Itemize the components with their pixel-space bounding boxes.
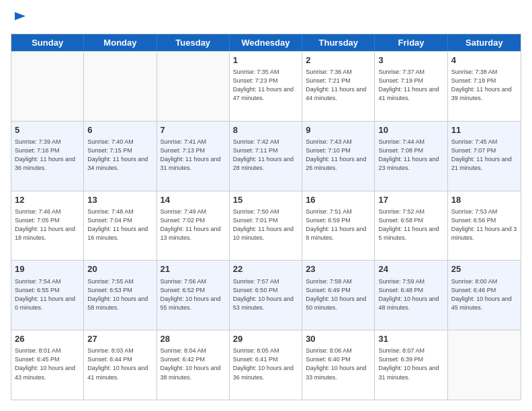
cell-sun-info: Sunrise: 7:35 AM Sunset: 7:23 PM Dayligh… — [233, 68, 298, 103]
cell-date-number: 1 — [233, 54, 298, 66]
cell-sun-info: Sunrise: 8:00 AM Sunset: 6:46 PM Dayligh… — [451, 277, 517, 312]
cell-date-number: 31 — [378, 333, 443, 345]
cell-sun-info: Sunrise: 7:46 AM Sunset: 7:05 PM Dayligh… — [15, 208, 80, 242]
logo-flag-icon — [12, 11, 28, 27]
calendar-cell: 16Sunrise: 7:51 AM Sunset: 6:59 PM Dayli… — [302, 191, 375, 261]
calendar-cell: 18Sunrise: 7:53 AM Sunset: 6:56 PM Dayli… — [448, 191, 521, 261]
cell-date-number: 29 — [233, 333, 298, 345]
logo — [11, 11, 28, 27]
cell-sun-info: Sunrise: 7:37 AM Sunset: 7:19 PM Dayligh… — [378, 68, 443, 103]
calendar-row: 5Sunrise: 7:39 AM Sunset: 7:16 PM Daylig… — [11, 121, 521, 191]
cell-sun-info: Sunrise: 8:03 AM Sunset: 6:44 PM Dayligh… — [87, 347, 152, 381]
cell-sun-info: Sunrise: 7:43 AM Sunset: 7:10 PM Dayligh… — [306, 138, 371, 173]
weekday-header: Wednesday — [230, 34, 302, 51]
cell-date-number: 28 — [161, 333, 226, 345]
calendar-header: SundayMondayTuesdayWednesdayThursdayFrid… — [11, 34, 521, 51]
cell-sun-info: Sunrise: 7:57 AM Sunset: 6:50 PM Dayligh… — [233, 277, 298, 312]
calendar: SundayMondayTuesdayWednesdayThursdayFrid… — [11, 34, 521, 400]
cell-date-number: 22 — [233, 263, 298, 275]
cell-date-number: 12 — [15, 194, 80, 206]
cell-sun-info: Sunrise: 7:40 AM Sunset: 7:15 PM Dayligh… — [87, 138, 152, 173]
cell-date-number: 2 — [306, 54, 371, 66]
calendar-cell: 5Sunrise: 7:39 AM Sunset: 7:16 PM Daylig… — [11, 122, 84, 191]
cell-date-number: 27 — [87, 333, 152, 345]
calendar-cell: 14Sunrise: 7:49 AM Sunset: 7:02 PM Dayli… — [157, 191, 230, 261]
calendar-cell: 12Sunrise: 7:46 AM Sunset: 7:05 PM Dayli… — [11, 191, 84, 261]
calendar-cell: 4Sunrise: 7:38 AM Sunset: 7:18 PM Daylig… — [448, 52, 521, 121]
calendar-row: 1Sunrise: 7:35 AM Sunset: 7:23 PM Daylig… — [11, 51, 521, 121]
cell-sun-info: Sunrise: 8:07 AM Sunset: 6:39 PM Dayligh… — [378, 347, 443, 381]
cell-date-number: 11 — [451, 124, 517, 136]
calendar-cell — [84, 52, 157, 121]
calendar-row: 26Sunrise: 8:01 AM Sunset: 6:45 PM Dayli… — [11, 330, 521, 400]
calendar-cell: 3Sunrise: 7:37 AM Sunset: 7:19 PM Daylig… — [375, 52, 447, 121]
calendar-cell — [448, 330, 521, 400]
cell-sun-info: Sunrise: 7:41 AM Sunset: 7:13 PM Dayligh… — [161, 138, 226, 173]
cell-sun-info: Sunrise: 7:45 AM Sunset: 7:07 PM Dayligh… — [451, 138, 517, 173]
cell-date-number: 10 — [378, 124, 443, 136]
calendar-body: 1Sunrise: 7:35 AM Sunset: 7:23 PM Daylig… — [11, 51, 521, 400]
calendar-cell: 25Sunrise: 8:00 AM Sunset: 6:46 PM Dayli… — [448, 261, 521, 330]
cell-sun-info: Sunrise: 7:50 AM Sunset: 7:01 PM Dayligh… — [233, 208, 298, 242]
calendar-cell: 29Sunrise: 8:05 AM Sunset: 6:41 PM Dayli… — [230, 330, 302, 400]
calendar-cell: 10Sunrise: 7:44 AM Sunset: 7:08 PM Dayli… — [375, 122, 447, 191]
cell-date-number: 26 — [15, 333, 80, 345]
cell-date-number: 6 — [87, 124, 152, 136]
cell-sun-info: Sunrise: 8:04 AM Sunset: 6:42 PM Dayligh… — [161, 347, 226, 381]
calendar-cell: 23Sunrise: 7:58 AM Sunset: 6:49 PM Dayli… — [302, 261, 375, 330]
cell-sun-info: Sunrise: 7:58 AM Sunset: 6:49 PM Dayligh… — [306, 277, 371, 312]
weekday-header: Friday — [375, 34, 447, 51]
calendar-cell: 13Sunrise: 7:48 AM Sunset: 7:04 PM Dayli… — [84, 191, 157, 261]
calendar-cell: 15Sunrise: 7:50 AM Sunset: 7:01 PM Dayli… — [230, 191, 302, 261]
cell-sun-info: Sunrise: 8:06 AM Sunset: 6:40 PM Dayligh… — [306, 347, 371, 381]
cell-sun-info: Sunrise: 7:39 AM Sunset: 7:16 PM Dayligh… — [15, 138, 80, 173]
cell-sun-info: Sunrise: 7:53 AM Sunset: 6:56 PM Dayligh… — [451, 208, 517, 242]
calendar-cell — [11, 52, 84, 121]
cell-date-number: 30 — [306, 333, 371, 345]
cell-date-number: 24 — [378, 263, 443, 275]
cell-date-number: 23 — [306, 263, 371, 275]
weekday-header: Monday — [84, 34, 157, 51]
cell-sun-info: Sunrise: 7:44 AM Sunset: 7:08 PM Dayligh… — [378, 138, 443, 173]
calendar-cell: 6Sunrise: 7:40 AM Sunset: 7:15 PM Daylig… — [84, 122, 157, 191]
cell-sun-info: Sunrise: 7:36 AM Sunset: 7:21 PM Dayligh… — [306, 68, 371, 103]
cell-date-number: 3 — [378, 54, 443, 66]
calendar-cell: 17Sunrise: 7:52 AM Sunset: 6:58 PM Dayli… — [375, 191, 447, 261]
calendar-row: 12Sunrise: 7:46 AM Sunset: 7:05 PM Dayli… — [11, 191, 521, 261]
cell-date-number: 18 — [451, 194, 517, 206]
calendar-cell: 26Sunrise: 8:01 AM Sunset: 6:45 PM Dayli… — [11, 330, 84, 400]
cell-sun-info: Sunrise: 7:51 AM Sunset: 6:59 PM Dayligh… — [306, 208, 371, 242]
cell-sun-info: Sunrise: 7:59 AM Sunset: 6:48 PM Dayligh… — [378, 277, 443, 312]
cell-sun-info: Sunrise: 8:05 AM Sunset: 6:41 PM Dayligh… — [233, 347, 298, 381]
svg-marker-0 — [15, 12, 26, 20]
cell-date-number: 15 — [233, 194, 298, 206]
cell-sun-info: Sunrise: 7:42 AM Sunset: 7:11 PM Dayligh… — [233, 138, 298, 173]
cell-sun-info: Sunrise: 7:56 AM Sunset: 6:52 PM Dayligh… — [161, 277, 226, 312]
cell-date-number: 7 — [161, 124, 226, 136]
weekday-header: Sunday — [11, 34, 84, 51]
calendar-cell: 19Sunrise: 7:54 AM Sunset: 6:55 PM Dayli… — [11, 261, 84, 330]
calendar-cell: 7Sunrise: 7:41 AM Sunset: 7:13 PM Daylig… — [157, 122, 230, 191]
weekday-header: Thursday — [302, 34, 375, 51]
header — [11, 11, 521, 27]
calendar-cell: 24Sunrise: 7:59 AM Sunset: 6:48 PM Dayli… — [375, 261, 447, 330]
calendar-cell — [157, 52, 230, 121]
cell-date-number: 17 — [378, 194, 443, 206]
cell-date-number: 21 — [161, 263, 226, 275]
calendar-cell: 30Sunrise: 8:06 AM Sunset: 6:40 PM Dayli… — [302, 330, 375, 400]
calendar-cell: 22Sunrise: 7:57 AM Sunset: 6:50 PM Dayli… — [230, 261, 302, 330]
cell-date-number: 13 — [87, 194, 152, 206]
calendar-cell: 2Sunrise: 7:36 AM Sunset: 7:21 PM Daylig… — [302, 52, 375, 121]
cell-date-number: 5 — [15, 124, 80, 136]
calendar-cell: 28Sunrise: 8:04 AM Sunset: 6:42 PM Dayli… — [157, 330, 230, 400]
cell-date-number: 20 — [87, 263, 152, 275]
cell-date-number: 19 — [15, 263, 80, 275]
cell-sun-info: Sunrise: 7:55 AM Sunset: 6:53 PM Dayligh… — [87, 277, 152, 312]
weekday-header: Tuesday — [157, 34, 230, 51]
cell-sun-info: Sunrise: 7:54 AM Sunset: 6:55 PM Dayligh… — [15, 277, 80, 312]
calendar-cell: 21Sunrise: 7:56 AM Sunset: 6:52 PM Dayli… — [157, 261, 230, 330]
cell-date-number: 16 — [306, 194, 371, 206]
page: SundayMondayTuesdayWednesdayThursdayFrid… — [0, 0, 532, 411]
cell-sun-info: Sunrise: 8:01 AM Sunset: 6:45 PM Dayligh… — [15, 347, 80, 381]
calendar-cell: 1Sunrise: 7:35 AM Sunset: 7:23 PM Daylig… — [230, 52, 302, 121]
